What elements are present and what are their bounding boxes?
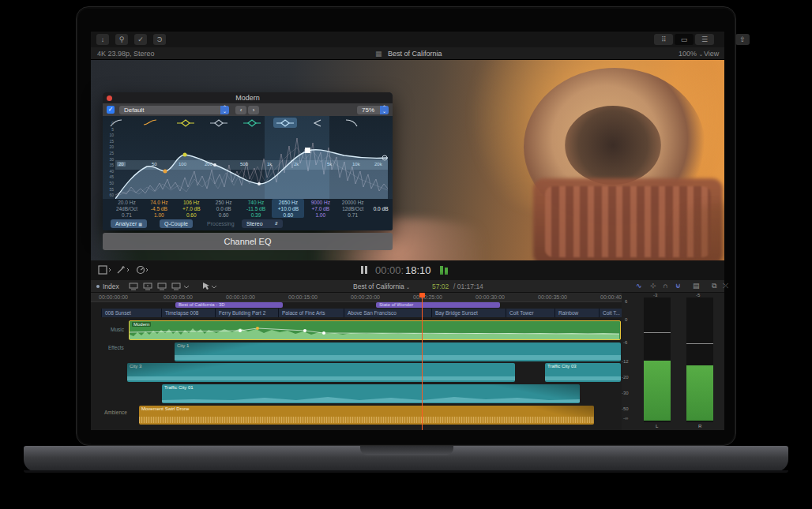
format-info: 4K 23.98p, Stereo	[97, 47, 155, 60]
video-clip[interactable]: Bay Bridge Sunset	[431, 309, 506, 317]
audio-clip-drone[interactable]: Movement Swirl Drone	[139, 406, 594, 425]
band-2[interactable]: 74.0 Hz-4.5 dB1.00	[143, 199, 175, 218]
meter-scale-tick: 0	[625, 317, 627, 322]
meter-scale-tick: -50	[622, 406, 629, 411]
keyframe-line[interactable]	[130, 321, 619, 340]
video-clip[interactable]: Ferry Building Part 2	[215, 309, 278, 317]
close-icon[interactable]	[107, 95, 112, 101]
q-couple-button[interactable]: Q-Couple	[160, 219, 193, 228]
meter-scale-tick: -6	[623, 340, 627, 345]
master-gain[interactable]: 0.0 dB	[369, 199, 393, 218]
meter-fill-left	[644, 361, 671, 421]
timeline-windows-icon[interactable]: ⧉	[712, 282, 716, 290]
edit-buttons-group[interactable]	[129, 283, 192, 290]
video-clip[interactable]: Timelapse 008	[161, 309, 215, 317]
next-preset-button[interactable]: ›	[248, 106, 259, 114]
video-clip[interactable]: Rainbow	[554, 309, 599, 317]
share-icon[interactable]: ⇧	[735, 34, 750, 45]
right-channel-label: R	[698, 424, 701, 429]
chevron-down-icon: ⌄	[406, 285, 410, 290]
mix-stepper[interactable]: 75% ⌃⌄	[357, 106, 389, 114]
pause-icon[interactable]	[365, 266, 367, 274]
project-title-dropdown[interactable]: Best of California ⌄	[353, 283, 410, 290]
marker-bar[interactable]: Best of California - 3D	[175, 302, 283, 308]
band-7[interactable]: 9000 Hz+7.0 dB1.00	[304, 199, 336, 218]
waveform	[127, 376, 515, 380]
close-timeline-icon[interactable]: ⤫	[723, 282, 728, 290]
audio-clip-city3[interactable]: City 3	[127, 363, 515, 382]
meter-scale-tick: -30	[622, 391, 629, 395]
inspector-sliders-icon[interactable]: ☰	[695, 34, 714, 45]
left-channel-label: L	[656, 424, 658, 429]
meter-scale-tick: -12	[622, 359, 629, 364]
video-clip[interactable]: Coit T...	[599, 309, 622, 317]
laptop-lid-notch	[360, 446, 453, 455]
band-5[interactable]: 740 Hz-11.5 dB0.39	[240, 199, 273, 218]
eq-bottom-buttons: Analyzer ▦ Q-Couple Processing Stereo ⇵	[103, 218, 393, 230]
preset-dropdown[interactable]: Default ⌃⌄	[119, 106, 229, 114]
import-icon[interactable]: ↓	[96, 34, 109, 45]
pause-icon[interactable]	[361, 266, 363, 274]
prev-preset-button[interactable]: ‹	[235, 106, 246, 114]
audio-clip-city1[interactable]: City 1	[175, 342, 621, 361]
timeline-ruler[interactable]: 00:00:00:00 00:00:05:00 00:00:10:00 00:0…	[91, 293, 622, 302]
timeline-area[interactable]: 00:00:00:00 00:00:05:00 00:00:10:00 00:0…	[91, 293, 622, 430]
peak-hold-left	[644, 332, 671, 333]
eq-graph[interactable]: 05 1015 2025 3035 4045 5055 60 20 50 100…	[103, 116, 393, 199]
chevron-up-down-icon: ⌃⌄	[220, 106, 229, 114]
browser-grid-icon[interactable]: ⠿	[654, 34, 673, 45]
timeline-toolbar: Index Best of California ⌄ 57:02 / 01:17…	[91, 280, 724, 293]
timecode-prefix: 00:00:	[375, 264, 404, 276]
mini-meter-right	[445, 268, 448, 275]
band-6-selected[interactable]: 2650 Hz+10.0 dB0.60	[272, 199, 304, 218]
meter-well-right	[686, 298, 713, 422]
eq-window-titlebar[interactable]: Modern	[103, 92, 393, 103]
waveform	[175, 355, 621, 360]
band-1[interactable]: 20.0 Hz24dB/Oct0.71	[111, 199, 143, 218]
marker-bar[interactable]: State of Wonder	[376, 302, 500, 308]
retime-icon[interactable]	[135, 265, 149, 275]
key-icon[interactable]: ⚲	[115, 34, 128, 45]
effects-lasso-icon[interactable]: Ͽ	[153, 34, 166, 45]
waveform	[162, 395, 580, 402]
arrow-tool-dropdown[interactable]	[201, 283, 217, 290]
enhancements-wand-icon[interactable]	[116, 265, 130, 275]
meter-well-left	[644, 298, 671, 422]
index-button[interactable]: Index	[103, 283, 119, 290]
waveform	[545, 376, 621, 380]
meter-scale-tick: -∞	[623, 416, 628, 421]
video-clip[interactable]: Coit Tower	[506, 309, 554, 317]
zoom-dropdown[interactable]: 100% ⌄	[679, 47, 703, 61]
audio-clip-traffic03[interactable]: Traffic City 03	[545, 363, 621, 382]
mini-meter-left	[440, 266, 443, 275]
audio-skimming-icon[interactable]: ⊹	[650, 282, 656, 290]
processing-label: Processing	[207, 221, 235, 226]
rotunda-opening	[565, 106, 661, 185]
audio-clip-traffic01[interactable]: Traffic City 01	[162, 384, 580, 403]
audio-meters-panel: 6 0 -6 -12 -20 -30 -50 -∞ -3 -5 L R	[622, 293, 724, 430]
tasks-check-icon[interactable]: ✓	[134, 34, 147, 45]
video-clip[interactable]: 008 Sunset	[101, 309, 161, 317]
crop-tool-icon[interactable]	[97, 265, 111, 275]
band-3[interactable]: 106 Hz+7.0 dB0.60	[175, 199, 208, 218]
video-clip[interactable]: Palace of Fine Arts	[278, 309, 344, 317]
clip-appearance-icon[interactable]: ▤	[693, 282, 700, 290]
analyzer-button[interactable]: Analyzer ▦	[111, 219, 147, 228]
playhead-line[interactable]	[422, 293, 423, 430]
solo-headphones-icon[interactable]: ∩	[663, 282, 667, 290]
viewer-filmstrip-icon[interactable]: ▭	[675, 34, 694, 45]
video-clip[interactable]: Above San Francisco	[344, 309, 431, 317]
up-down-arrows-icon: ⇵	[275, 219, 278, 228]
audio-clip-modern[interactable]: Modern	[129, 320, 621, 340]
mode-dropdown[interactable]: Stereo ⇵	[242, 219, 283, 228]
timecode-value: 18:10	[405, 264, 431, 276]
skimming-icon[interactable]: ∿	[636, 282, 642, 290]
snapping-magnet-icon[interactable]: ⊌	[675, 282, 681, 290]
bypass-checkbox[interactable]: ✓	[107, 106, 115, 114]
channel-eq-window: Modern ✓ Default ⌃⌄ ‹ › 75% ⌃⌄	[103, 92, 393, 230]
chevron-down-icon: ⌄	[699, 51, 704, 57]
screenshot-stage: { "app": { "toolbar_icons_left": ["impor…	[0, 0, 812, 509]
peak-hold-right	[686, 343, 713, 344]
band-4[interactable]: 250 Hz0.0 dB0.60	[208, 199, 240, 218]
band-8[interactable]: 20000 Hz12dB/Oct0.71	[336, 199, 369, 218]
